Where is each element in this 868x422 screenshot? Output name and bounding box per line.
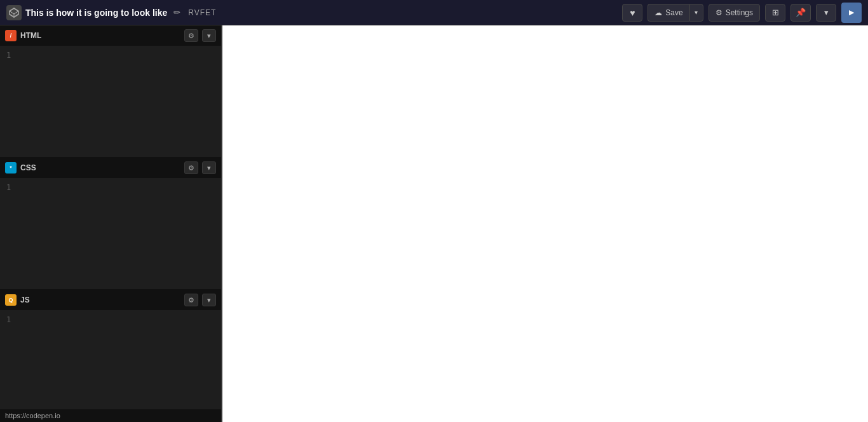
save-chevron-icon: ▾ bbox=[695, 9, 698, 16]
heart-button[interactable]: ♥ bbox=[622, 4, 642, 22]
html-settings-button[interactable]: ⚙ bbox=[184, 29, 198, 42]
js-badge-letter: Q bbox=[8, 297, 13, 303]
html-code-area[interactable] bbox=[17, 50, 221, 153]
main-layout: / HTML ⚙ ▾ 1 * CSS ⚙ ▾ bbox=[0, 25, 868, 422]
settings-gear-icon: ⚙ bbox=[715, 8, 722, 17]
codepen-link[interactable]: https://codepen.io bbox=[5, 412, 60, 419]
settings-label: Settings bbox=[726, 8, 753, 17]
js-collapse-button[interactable]: ▾ bbox=[202, 294, 216, 306]
username-badge: RVFET bbox=[188, 8, 216, 17]
preview-panel[interactable] bbox=[221, 25, 868, 422]
css-collapse-button[interactable]: ▾ bbox=[202, 161, 216, 174]
html-collapse-button[interactable]: ▾ bbox=[202, 29, 216, 42]
pin-button[interactable]: 📌 bbox=[790, 4, 811, 22]
logo: This is how it is going to look like ✏ bbox=[6, 5, 180, 20]
js-line-numbers: 1 bbox=[6, 314, 17, 418]
more-chevron-icon: ▾ bbox=[824, 8, 829, 17]
html-line-numbers: 1 bbox=[6, 50, 17, 153]
html-editor[interactable]: 1 bbox=[0, 46, 221, 157]
layout-button[interactable]: ⊞ bbox=[765, 4, 785, 22]
pin-icon: 📌 bbox=[796, 8, 806, 17]
css-label: CSS bbox=[20, 163, 180, 172]
svg-marker-1 bbox=[10, 8, 18, 14]
layout-icon: ⊞ bbox=[772, 8, 779, 17]
avatar[interactable]: ▶ bbox=[841, 3, 862, 23]
html-pane: / HTML ⚙ ▾ 1 bbox=[0, 25, 221, 158]
settings-button[interactable]: ⚙ Settings bbox=[709, 4, 760, 22]
css-pane-header: * CSS ⚙ ▾ bbox=[0, 158, 221, 178]
js-pane-header: Q JS ⚙ ▾ bbox=[0, 290, 221, 310]
left-panel: / HTML ⚙ ▾ 1 * CSS ⚙ ▾ bbox=[0, 25, 221, 422]
css-code-area[interactable] bbox=[17, 182, 221, 285]
js-code-area[interactable] bbox=[17, 314, 221, 418]
js-pane: Q JS ⚙ ▾ 1 bbox=[0, 290, 221, 422]
save-cloud-icon: ☁ bbox=[654, 8, 662, 17]
topbar: This is how it is going to look like ✏ R… bbox=[0, 0, 868, 25]
save-button[interactable]: ☁ Save bbox=[648, 4, 689, 22]
css-line-numbers: 1 bbox=[6, 182, 17, 285]
html-label: HTML bbox=[20, 31, 180, 40]
svg-line-4 bbox=[14, 11, 18, 14]
js-label: JS bbox=[20, 296, 180, 304]
logo-icon bbox=[6, 5, 22, 20]
css-badge: * bbox=[5, 162, 17, 174]
edit-icon[interactable]: ✏ bbox=[173, 8, 180, 17]
html-badge: / bbox=[5, 30, 17, 41]
save-label: Save bbox=[665, 8, 682, 17]
css-settings-button[interactable]: ⚙ bbox=[184, 161, 198, 174]
more-button[interactable]: ▾ bbox=[816, 4, 836, 22]
avatar-initial: ▶ bbox=[849, 8, 854, 17]
js-badge: Q bbox=[5, 294, 17, 306]
html-pane-header: / HTML ⚙ ▾ bbox=[0, 25, 221, 46]
save-group: ☁ Save ▾ bbox=[648, 4, 703, 22]
svg-line-3 bbox=[10, 11, 14, 14]
pen-title: This is how it is going to look like bbox=[25, 8, 167, 18]
css-pane: * CSS ⚙ ▾ 1 bbox=[0, 158, 221, 290]
save-dropdown-button[interactable]: ▾ bbox=[689, 4, 703, 22]
css-badge-letter: * bbox=[10, 165, 12, 171]
css-editor[interactable]: 1 bbox=[0, 178, 221, 289]
statusbar: https://codepen.io bbox=[0, 409, 221, 422]
js-editor[interactable]: 1 bbox=[0, 310, 221, 421]
html-badge-letter: / bbox=[10, 32, 12, 39]
js-settings-button[interactable]: ⚙ bbox=[184, 294, 198, 306]
